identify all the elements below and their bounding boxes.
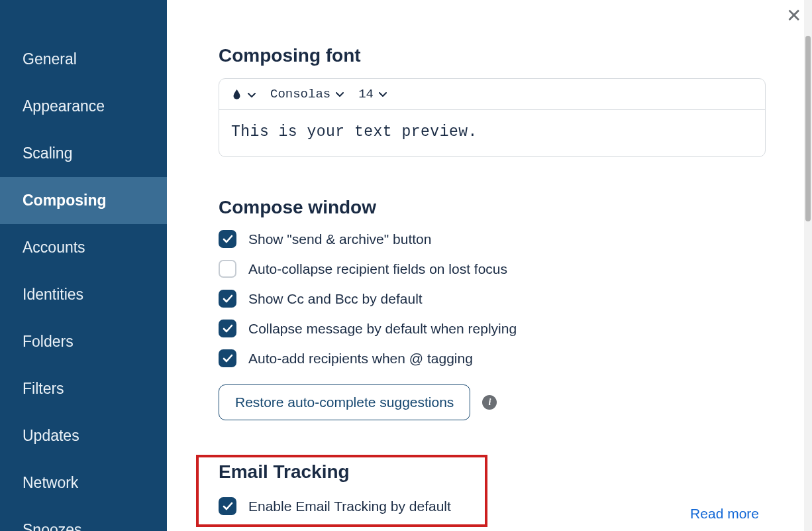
sidebar-item-general[interactable]: General xyxy=(0,36,167,83)
font-size-select[interactable]: 14 xyxy=(358,87,387,101)
sidebar-item-filters[interactable]: Filters xyxy=(0,365,167,412)
sidebar-item-label: Appearance xyxy=(23,97,105,115)
font-family-select[interactable]: Consolas xyxy=(270,87,344,101)
option-collapse-message-reply: Collapse message by default when replyin… xyxy=(219,320,766,337)
settings-sidebar: General Appearance Scaling Composing Acc… xyxy=(0,0,167,531)
section-title-composing-font: Composing font xyxy=(219,45,766,66)
sidebar-item-label: Identities xyxy=(23,286,83,303)
sidebar-item-composing[interactable]: Composing xyxy=(0,177,167,224)
checkbox-label: Show "send & archive" button xyxy=(248,231,431,247)
sidebar-item-label: Snoozes xyxy=(23,521,82,531)
compose-window-section: Compose window Show "send & archive" but… xyxy=(219,197,766,420)
checkbox[interactable] xyxy=(219,349,236,367)
email-tracking-section: Email Tracking Enable Email Tracking by … xyxy=(219,455,766,527)
restore-autocomplete-row: Restore auto-complete suggestions i xyxy=(219,384,766,420)
checkbox-label: Auto-add recipients when @ tagging xyxy=(248,351,473,367)
font-color-picker[interactable] xyxy=(231,87,256,101)
checkbox-label: Auto-collapse recipient fields on lost f… xyxy=(248,261,507,277)
sidebar-item-label: General xyxy=(23,50,77,68)
sidebar-item-identities[interactable]: Identities xyxy=(0,271,167,318)
checkbox[interactable] xyxy=(219,230,236,248)
checkbox[interactable] xyxy=(219,320,236,337)
chevron-down-icon xyxy=(248,87,256,101)
checkbox[interactable] xyxy=(219,497,236,515)
sidebar-item-label: Updates xyxy=(23,427,79,444)
sidebar-item-label: Filters xyxy=(23,380,64,397)
sidebar-item-accounts[interactable]: Accounts xyxy=(0,224,167,271)
annotation-highlight-box: Email Tracking Enable Email Tracking by … xyxy=(196,455,487,527)
sidebar-item-network[interactable]: Network xyxy=(0,459,167,506)
sidebar-item-snoozes[interactable]: Snoozes xyxy=(0,506,167,531)
option-auto-collapse-recipients: Auto-collapse recipient fields on lost f… xyxy=(219,260,766,278)
sidebar-item-label: Folders xyxy=(23,333,74,350)
sidebar-item-folders[interactable]: Folders xyxy=(0,318,167,365)
option-send-archive: Show "send & archive" button xyxy=(219,230,766,248)
checkbox[interactable] xyxy=(219,260,236,278)
restore-autocomplete-button[interactable]: Restore auto-complete suggestions xyxy=(219,384,470,420)
font-preview-text: This is your text preview. xyxy=(219,110,765,156)
font-size-value: 14 xyxy=(358,87,374,101)
sidebar-item-updates[interactable]: Updates xyxy=(0,412,167,459)
checkbox-label: Collapse message by default when replyin… xyxy=(248,321,517,337)
section-title-email-tracking: Email Tracking xyxy=(219,461,465,483)
read-more-link[interactable]: Read more xyxy=(690,506,759,522)
sidebar-item-label: Network xyxy=(23,474,78,491)
chevron-down-icon xyxy=(336,87,344,101)
option-enable-email-tracking: Enable Email Tracking by default xyxy=(219,497,465,515)
checkbox-label: Show Cc and Bcc by default xyxy=(248,291,423,307)
font-settings-box: Consolas 14 This is your text preview. xyxy=(219,78,766,157)
font-toolbar: Consolas 14 xyxy=(219,79,765,110)
scrollbar-track[interactable] xyxy=(804,0,812,531)
sidebar-item-label: Accounts xyxy=(23,239,85,256)
option-show-cc-bcc: Show Cc and Bcc by default xyxy=(219,290,766,308)
section-title-compose-window: Compose window xyxy=(219,197,766,218)
scrollbar-thumb[interactable] xyxy=(805,36,811,221)
sidebar-item-label: Composing xyxy=(23,192,107,209)
font-family-value: Consolas xyxy=(270,87,330,101)
chevron-down-icon xyxy=(379,87,387,101)
composing-font-section: Composing font Consolas xyxy=(219,45,766,157)
sidebar-item-appearance[interactable]: Appearance xyxy=(0,83,167,130)
checkbox-label: Enable Email Tracking by default xyxy=(248,499,451,514)
main-content: ✕ Composing font Consolas xyxy=(167,0,812,531)
ink-drop-icon xyxy=(231,87,242,101)
checkbox[interactable] xyxy=(219,290,236,308)
close-icon[interactable]: ✕ xyxy=(786,7,801,25)
option-auto-add-recipients: Auto-add recipients when @ tagging xyxy=(219,349,766,367)
sidebar-item-scaling[interactable]: Scaling xyxy=(0,130,167,177)
info-icon[interactable]: i xyxy=(482,395,497,410)
sidebar-item-label: Scaling xyxy=(23,145,72,162)
